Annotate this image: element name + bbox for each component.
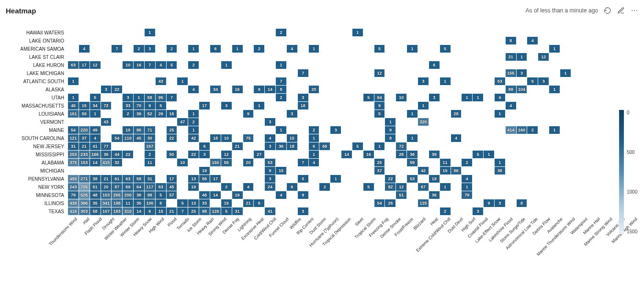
heatmap-cell[interactable] bbox=[484, 45, 494, 53]
heatmap-cell[interactable] bbox=[560, 53, 571, 61]
heatmap-cell[interactable]: 3 bbox=[473, 207, 483, 215]
heatmap-cell[interactable] bbox=[199, 77, 210, 85]
heatmap-cell[interactable]: 1 bbox=[330, 175, 341, 183]
heatmap-cell[interactable] bbox=[396, 45, 407, 53]
heatmap-cell[interactable] bbox=[309, 77, 319, 85]
heatmap-cell[interactable] bbox=[385, 102, 395, 109]
heatmap-cell[interactable] bbox=[319, 199, 330, 207]
heatmap-cell[interactable] bbox=[298, 151, 308, 158]
heatmap-cell[interactable] bbox=[429, 183, 440, 191]
heatmap-cell[interactable] bbox=[276, 134, 286, 142]
heatmap-cell[interactable]: 16 bbox=[363, 151, 374, 158]
heatmap-cell[interactable]: 4 bbox=[527, 37, 538, 44]
heatmap-cell[interactable] bbox=[319, 151, 330, 158]
heatmap-cell[interactable]: 2 bbox=[309, 126, 319, 134]
heatmap-cell[interactable] bbox=[123, 53, 133, 61]
heatmap-cell[interactable] bbox=[145, 118, 155, 126]
heatmap-cell[interactable] bbox=[112, 37, 122, 44]
heatmap-cell[interactable]: 7 bbox=[298, 69, 308, 77]
heatmap-cell[interactable]: 58 bbox=[90, 207, 101, 215]
heatmap-cell[interactable] bbox=[527, 151, 538, 158]
heatmap-cell[interactable]: 17 bbox=[79, 61, 90, 69]
heatmap-cell[interactable] bbox=[451, 77, 462, 85]
heatmap-cell[interactable] bbox=[462, 69, 472, 77]
heatmap-cell[interactable] bbox=[232, 175, 243, 183]
heatmap-cell[interactable]: 14 bbox=[210, 191, 221, 199]
heatmap-cell[interactable] bbox=[243, 142, 254, 150]
heatmap-cell[interactable] bbox=[495, 53, 505, 61]
heatmap-cell[interactable] bbox=[396, 86, 407, 93]
heatmap-cell[interactable]: 14 bbox=[134, 207, 144, 215]
heatmap-cell[interactable] bbox=[210, 69, 221, 77]
heatmap-cell[interactable] bbox=[560, 77, 571, 85]
heatmap-cell[interactable] bbox=[254, 175, 264, 183]
heatmap-cell[interactable] bbox=[243, 126, 254, 134]
heatmap-cell[interactable]: 10 bbox=[123, 61, 133, 69]
heatmap-cell[interactable] bbox=[145, 69, 155, 77]
heatmap-cell[interactable]: 34 bbox=[210, 86, 221, 93]
heatmap-cell[interactable] bbox=[79, 37, 90, 44]
refresh-icon[interactable] bbox=[604, 7, 611, 14]
heatmap-cell[interactable] bbox=[429, 37, 440, 44]
heatmap-cell[interactable] bbox=[429, 102, 440, 109]
heatmap-cell[interactable] bbox=[167, 102, 177, 109]
heatmap-cell[interactable]: 8 bbox=[506, 37, 516, 44]
heatmap-cell[interactable] bbox=[298, 61, 308, 69]
heatmap-cell[interactable] bbox=[418, 86, 429, 93]
heatmap-cell[interactable] bbox=[341, 29, 352, 36]
heatmap-cell[interactable] bbox=[538, 45, 549, 53]
heatmap-cell[interactable] bbox=[385, 191, 395, 199]
heatmap-cell[interactable]: 17 bbox=[199, 102, 210, 109]
heatmap-cell[interactable] bbox=[309, 53, 319, 61]
heatmap-cell[interactable]: 11 bbox=[123, 199, 133, 207]
heatmap-cell[interactable] bbox=[396, 159, 407, 166]
heatmap-cell[interactable]: 21 bbox=[79, 142, 90, 150]
heatmap-cell[interactable] bbox=[385, 29, 395, 36]
heatmap-cell[interactable]: 98 bbox=[145, 191, 155, 199]
heatmap-cell[interactable] bbox=[167, 53, 177, 61]
heatmap-cell[interactable] bbox=[243, 94, 254, 101]
heatmap-cell[interactable]: 7 bbox=[167, 94, 177, 101]
heatmap-cell[interactable] bbox=[484, 191, 494, 199]
heatmap-cell[interactable]: 4 bbox=[287, 45, 297, 53]
heatmap-cell[interactable] bbox=[484, 69, 494, 77]
heatmap-cell[interactable] bbox=[495, 69, 505, 77]
heatmap-cell[interactable]: 4 bbox=[276, 191, 286, 199]
heatmap-cell[interactable] bbox=[167, 199, 177, 207]
heatmap-cell[interactable] bbox=[156, 53, 166, 61]
heatmap-cell[interactable]: 53 bbox=[265, 159, 275, 166]
heatmap-cell[interactable]: 9 bbox=[298, 191, 308, 199]
heatmap-cell[interactable] bbox=[385, 53, 395, 61]
heatmap-cell[interactable] bbox=[210, 37, 221, 44]
heatmap-cell[interactable] bbox=[352, 134, 363, 142]
heatmap-cell[interactable] bbox=[210, 199, 221, 207]
heatmap-cell[interactable] bbox=[265, 45, 275, 53]
heatmap-cell[interactable] bbox=[341, 77, 352, 85]
heatmap-cell[interactable]: 4 bbox=[451, 134, 462, 142]
heatmap-cell[interactable] bbox=[560, 118, 571, 126]
heatmap-cell[interactable] bbox=[112, 94, 122, 101]
heatmap-cell[interactable] bbox=[473, 126, 483, 134]
heatmap-cell[interactable] bbox=[407, 207, 418, 215]
heatmap-cell[interactable] bbox=[462, 45, 472, 53]
heatmap-cell[interactable] bbox=[232, 126, 243, 134]
heatmap-cell[interactable] bbox=[199, 159, 210, 166]
heatmap-cell[interactable]: 21 bbox=[167, 207, 177, 215]
heatmap-cell[interactable] bbox=[484, 86, 494, 93]
heatmap-cell[interactable]: 2 bbox=[188, 61, 199, 69]
heatmap-cell[interactable] bbox=[352, 94, 363, 101]
heatmap-cell[interactable]: 3 bbox=[145, 45, 155, 53]
heatmap-cell[interactable] bbox=[495, 61, 505, 69]
heatmap-cell[interactable] bbox=[549, 207, 560, 215]
heatmap-cell[interactable] bbox=[473, 77, 483, 85]
heatmap-cell[interactable]: 2 bbox=[134, 45, 144, 53]
heatmap-cell[interactable]: 3 bbox=[429, 94, 440, 101]
heatmap-cell[interactable] bbox=[418, 159, 429, 166]
heatmap-cell[interactable] bbox=[123, 167, 133, 174]
heatmap-cell[interactable] bbox=[538, 191, 549, 199]
heatmap-cell[interactable]: 12 bbox=[221, 151, 232, 158]
heatmap-cell[interactable]: 1 bbox=[232, 45, 243, 53]
heatmap-cell[interactable] bbox=[341, 191, 352, 199]
heatmap-cell[interactable] bbox=[210, 61, 221, 69]
heatmap-cell[interactable]: 15 bbox=[156, 207, 166, 215]
